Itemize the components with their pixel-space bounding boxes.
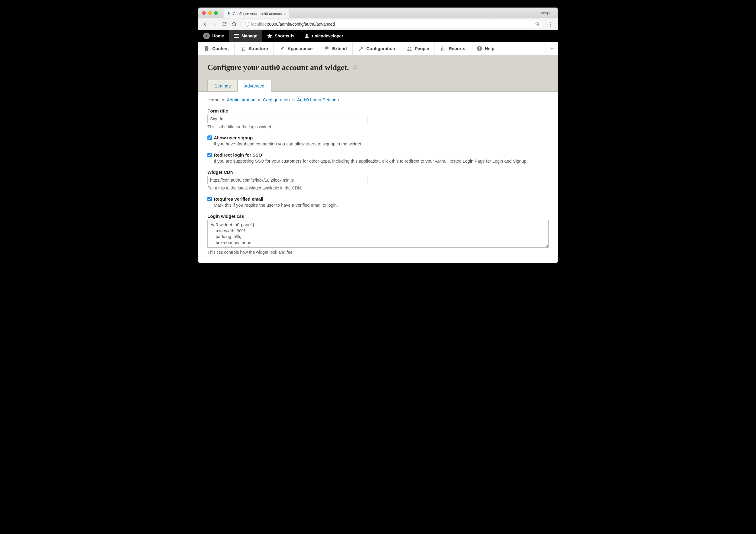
breadcrumb-auth0[interactable]: Auth0 Login Settings xyxy=(297,97,339,102)
bookmark-star-icon[interactable] xyxy=(535,21,540,27)
minimize-window-button[interactable] xyxy=(208,11,212,15)
tool-appearance[interactable]: Appearance xyxy=(274,42,318,55)
admin-toolbar: Home Manage Shortcuts unicodeveloper xyxy=(198,30,558,42)
browser-tab[interactable]: Configure your auth0 account × xyxy=(223,9,290,18)
tool-people-label: People xyxy=(415,46,429,51)
allow-signup-label: Allow user signup xyxy=(214,135,253,140)
admin-user-label: unicodeveloper xyxy=(312,34,343,38)
allow-signup-description: If you have database connection you can … xyxy=(214,141,549,146)
tool-content[interactable]: Content xyxy=(198,42,234,55)
form-item-redirect-sso: Redirect login for SSO If you are suppor… xyxy=(207,152,549,164)
browser-menu-icon[interactable]: ⋮ xyxy=(548,21,554,27)
tool-reports[interactable]: Reports xyxy=(435,42,471,55)
drupal-favicon xyxy=(227,12,231,16)
tab-advanced[interactable]: Advanced xyxy=(237,80,271,92)
site-info-icon[interactable]: i xyxy=(245,22,249,27)
toolbar-collapse-button[interactable] xyxy=(546,42,558,55)
mac-titlebar: Configure your auth0 account × prosper xyxy=(198,8,558,18)
tool-extend-label: Extend xyxy=(332,46,347,51)
tool-help-label: Help xyxy=(485,46,494,51)
verified-email-checkbox[interactable] xyxy=(207,197,212,201)
admin-home-label: Home xyxy=(212,34,224,38)
page-content: Home » Administration » Configuration » … xyxy=(198,91,558,263)
user-icon xyxy=(304,33,310,38)
tool-extend[interactable]: Extend xyxy=(318,42,352,55)
tool-structure-label: Structure xyxy=(249,46,268,51)
back-button[interactable] xyxy=(201,20,209,28)
url-text: localhost:8000/admin/config/auth0/advanc… xyxy=(251,22,335,27)
back-circle-icon xyxy=(203,33,210,39)
redirect-sso-description: If you are supporting SSO for your custo… xyxy=(214,159,549,164)
wrench-icon xyxy=(358,45,364,52)
admin-manage-button[interactable]: Manage xyxy=(229,30,262,42)
admin-manage-label: Manage xyxy=(242,34,257,38)
favorite-star-icon[interactable] xyxy=(352,63,358,72)
page-title: Configure your auth0 account and widget. xyxy=(207,63,549,72)
allow-signup-checkbox[interactable] xyxy=(207,136,212,140)
tool-configuration-label: Configuration xyxy=(366,46,395,51)
form-title-description: This is the title for the login widget. xyxy=(207,124,549,129)
breadcrumb-configuration[interactable]: Configuration xyxy=(263,97,290,102)
star-icon xyxy=(267,33,272,38)
form-title-label: Form title xyxy=(207,108,549,114)
svg-text:?: ? xyxy=(478,46,480,50)
widget-cdn-label: Widget CDN xyxy=(207,169,549,175)
form-item-form-title: Form title This is the title for the log… xyxy=(207,108,549,129)
structure-icon xyxy=(240,45,246,52)
form-item-verified-email: Requires verified email Mark this if you… xyxy=(207,196,549,208)
verified-email-description: Mark this if you require the user to hav… xyxy=(214,203,549,208)
home-button[interactable] xyxy=(230,20,238,28)
tab-close-icon[interactable]: × xyxy=(284,12,286,16)
tab-settings[interactable]: Settings xyxy=(207,80,238,91)
breadcrumb-home: Home xyxy=(207,97,220,102)
form-item-login-css: Login widget css This css controls how t… xyxy=(207,214,549,255)
tool-reports-label: Reports xyxy=(449,46,465,51)
close-window-button[interactable] xyxy=(202,11,205,15)
document-icon xyxy=(204,45,210,52)
secondary-toolbar: Content Structure Appearance Extend Conf… xyxy=(198,42,558,55)
tool-content-label: Content xyxy=(212,46,229,51)
help-icon: ? xyxy=(476,45,482,52)
form-item-allow-signup: Allow user signup If you have database c… xyxy=(207,135,549,146)
breadcrumb-administration[interactable]: Administration xyxy=(227,97,256,102)
extend-icon xyxy=(324,45,330,52)
tool-people[interactable]: People xyxy=(401,42,435,55)
appearance-icon xyxy=(279,45,285,52)
admin-shortcuts-label: Shortcuts xyxy=(275,34,294,38)
login-css-label: Login widget css xyxy=(207,214,549,219)
chrome-profile-name[interactable]: prosper xyxy=(540,11,553,15)
widget-cdn-description: Point this to the latest widget availabl… xyxy=(207,186,549,191)
browser-window: Configure your auth0 account × prosper i… xyxy=(198,8,558,263)
form-item-widget-cdn: Widget CDN Point this to the latest widg… xyxy=(207,169,549,191)
breadcrumb: Home » Administration » Configuration » … xyxy=(207,97,549,102)
redirect-sso-label: Redirect login for SSO xyxy=(214,152,262,158)
page-title-text: Configure your auth0 account and widget. xyxy=(207,63,349,72)
tool-appearance-label: Appearance xyxy=(287,46,312,51)
address-bar[interactable]: i localhost:8000/admin/config/auth0/adva… xyxy=(241,20,543,28)
redirect-sso-checkbox[interactable] xyxy=(207,153,212,157)
login-css-textarea[interactable] xyxy=(207,220,549,248)
browser-toolbar: i localhost:8000/admin/config/auth0/adva… xyxy=(198,18,558,30)
zoom-window-button[interactable] xyxy=(214,11,218,15)
admin-shortcuts-button[interactable]: Shortcuts xyxy=(262,30,299,42)
forward-button xyxy=(210,20,219,28)
hamburger-icon xyxy=(234,34,239,38)
window-controls xyxy=(202,11,218,15)
admin-user-button[interactable]: unicodeveloper xyxy=(299,30,348,42)
local-tabs: Settings Advanced xyxy=(207,80,549,91)
admin-home-button[interactable]: Home xyxy=(198,30,229,42)
tool-configuration[interactable]: Configuration xyxy=(353,42,401,55)
page-header: Configure your auth0 account and widget.… xyxy=(198,55,558,91)
verified-email-label: Requires verified email xyxy=(214,196,263,202)
login-css-description: This css controls how the widget look an… xyxy=(207,250,549,255)
form-title-input[interactable] xyxy=(207,114,367,123)
tab-title: Configure your auth0 account xyxy=(233,12,282,16)
reports-icon xyxy=(440,45,446,52)
reload-button[interactable] xyxy=(220,20,229,28)
tool-structure[interactable]: Structure xyxy=(234,42,274,55)
people-icon xyxy=(406,45,413,52)
widget-cdn-input[interactable] xyxy=(207,176,367,184)
tool-help[interactable]: ? Help xyxy=(471,42,500,55)
